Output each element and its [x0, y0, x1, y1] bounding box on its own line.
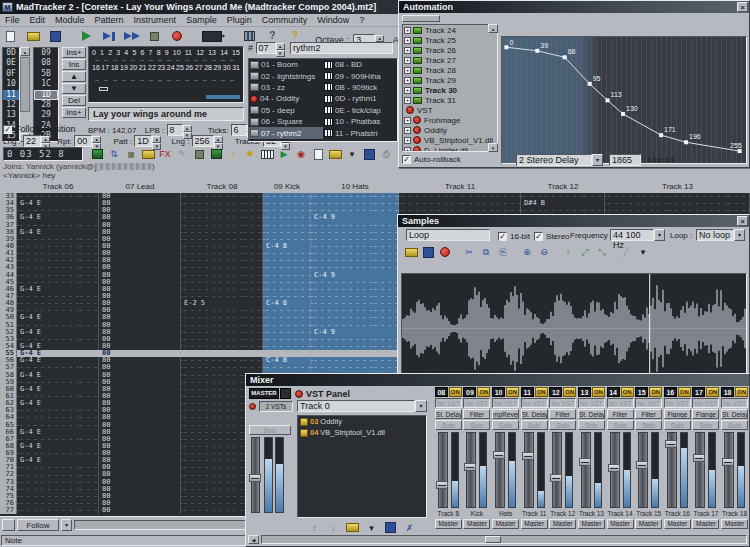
channel-vst-slot[interactable]: No VST	[435, 398, 462, 408]
pattern-cell[interactable]: G-4 E	[17, 286, 99, 293]
pattern-cell[interactable]: 00	[99, 222, 181, 229]
pattern-cell[interactable]	[17, 336, 99, 343]
pattern-cell[interactable]	[17, 407, 99, 414]
remove-vst-button[interactable]: ✗	[402, 521, 417, 534]
position-number[interactable]: 17	[101, 64, 109, 72]
pattern-cell[interactable]: 80	[99, 400, 181, 407]
fx-button[interactable]: FX	[157, 147, 173, 161]
channel-output-button[interactable]: Master	[664, 519, 691, 529]
position-number[interactable]: 29	[213, 64, 221, 72]
expand-icon[interactable]: +	[404, 37, 411, 44]
pattern-cell[interactable]: 80	[99, 286, 181, 293]
channel-effect-button[interactable]: Flange	[692, 409, 719, 419]
channel-vst-slot[interactable]: No VST	[607, 398, 634, 408]
dropdown-arrow-button[interactable]: ▾	[344, 147, 360, 161]
position-number[interactable]: 15	[232, 49, 240, 57]
channel-solo-button[interactable]: Solo	[635, 420, 662, 430]
pattern-cell[interactable]	[17, 250, 99, 257]
speaker-button[interactable]: ◉	[293, 147, 309, 161]
frequency-dropdown[interactable]: 44 100 Hz	[610, 229, 654, 241]
track-header[interactable]: Track 13	[605, 180, 750, 193]
pattern-cell[interactable]	[181, 193, 263, 200]
dropdown-arrow-icon[interactable]: ▾	[654, 229, 665, 241]
spin-up-icon[interactable]: ▴	[92, 136, 101, 143]
vst-list-item[interactable]: 04VB_Striptool_V1.dll	[298, 427, 426, 438]
open-sample-button[interactable]	[403, 245, 419, 259]
channel-effect-button[interactable]: Flange	[664, 409, 691, 419]
keyboard-button[interactable]	[259, 147, 275, 161]
pattern-cell[interactable]	[263, 293, 311, 300]
order-insert-plus-button[interactable]: Ins+	[62, 47, 86, 58]
pattern-cell[interactable]	[181, 329, 263, 336]
pattern-cell[interactable]	[311, 300, 399, 307]
order-pattern[interactable]: 29	[34, 110, 58, 120]
pattern-cell[interactable]	[17, 479, 99, 486]
instrument-item[interactable]: 0D - rythm1	[323, 93, 397, 104]
automation-tree-item[interactable]: +Frohmage	[403, 115, 497, 125]
channel-output-button[interactable]: Master	[549, 519, 576, 529]
position-number[interactable]: 27	[195, 64, 203, 72]
pattern-cell[interactable]	[181, 293, 263, 300]
position-number[interactable]: 26	[185, 64, 193, 72]
instrument-item[interactable]: 01 - Boom	[249, 59, 323, 70]
pattern-cell[interactable]	[181, 279, 263, 286]
track-header[interactable]: Track 12	[521, 180, 605, 193]
pattern-cell[interactable]: 80	[99, 357, 181, 364]
channel-fader[interactable]	[463, 432, 490, 508]
fader-handle[interactable]	[493, 451, 505, 459]
pattern-cell[interactable]	[17, 243, 99, 250]
master-solo-button[interactable]: Solo	[249, 425, 291, 435]
instrument-item[interactable]: 0E - tick/clap	[323, 105, 397, 116]
pattern-cell[interactable]	[17, 257, 99, 264]
order-move-up-button[interactable]: ▲	[62, 71, 86, 82]
generator-button[interactable]	[89, 147, 105, 161]
menu-pattern[interactable]: Pattern	[95, 14, 124, 27]
position-number[interactable]: 8	[157, 49, 161, 57]
pattern-cell[interactable]: 80	[99, 257, 181, 264]
pattern-cell[interactable]: 00	[99, 207, 181, 214]
pattern-cell[interactable]	[17, 500, 99, 507]
pattern-cell[interactable]	[311, 243, 399, 250]
order-position[interactable]: 0E	[3, 58, 19, 68]
channel-on-button[interactable]: ON	[678, 387, 691, 397]
pattern-cell[interactable]: 00	[99, 393, 181, 400]
scroll-up-icon[interactable]: ▴	[20, 47, 30, 56]
pattern-cell[interactable]	[17, 272, 99, 279]
pattern-cell[interactable]: G-4 E	[17, 314, 99, 321]
fader-handle[interactable]	[522, 452, 534, 460]
menu-window[interactable]: Window	[317, 14, 349, 27]
expand-icon[interactable]: +	[404, 57, 411, 64]
stop-button[interactable]	[145, 28, 164, 44]
pattern-cell[interactable]: 80	[99, 429, 181, 436]
pattern-cell[interactable]	[181, 207, 263, 214]
fader-handle[interactable]	[579, 458, 591, 466]
pattern-cell[interactable]: 80	[99, 243, 181, 250]
pattern-cell[interactable]	[311, 229, 399, 236]
position-number[interactable]: 28	[204, 64, 212, 72]
order-move-down-button[interactable]: ▼	[62, 83, 86, 94]
position-number[interactable]: 21	[139, 64, 147, 72]
play-button[interactable]	[77, 28, 96, 44]
dropdown-arrow-button[interactable]: ▾	[364, 521, 379, 534]
record-sample-button[interactable]	[437, 245, 453, 259]
channel-solo-button[interactable]: Solo	[435, 420, 462, 430]
move-down-button[interactable]: ↓	[326, 521, 341, 534]
menu-community[interactable]: Community	[262, 14, 308, 27]
scrollbar-thumb[interactable]	[20, 57, 30, 112]
channel-on-button[interactable]: ON	[592, 387, 605, 397]
pattern-cell[interactable]: C-4 9	[311, 214, 399, 221]
pattern-cell[interactable]: C-4 9	[311, 272, 399, 279]
automation-tree-item[interactable]: +Track 30	[403, 85, 497, 95]
pattern-cell[interactable]	[181, 314, 263, 321]
pattern-cell[interactable]	[17, 471, 99, 478]
channel-solo-button[interactable]: Solo	[463, 420, 490, 430]
pattern-cell[interactable]: 80	[99, 471, 181, 478]
pattern-cell[interactable]	[263, 350, 311, 357]
pattern-cell[interactable]: 80	[99, 300, 181, 307]
pattern-cell[interactable]: G-4 E	[17, 329, 99, 336]
song-position-bar[interactable]: 0123456789101112131415 16171819202122232…	[88, 46, 244, 103]
dropdown-arrow-button[interactable]: ▾	[635, 245, 651, 259]
move-up-button[interactable]: ↑	[307, 521, 322, 534]
follow-toggle-button[interactable]: Follow	[17, 519, 59, 531]
pattern-cell[interactable]	[263, 257, 311, 264]
